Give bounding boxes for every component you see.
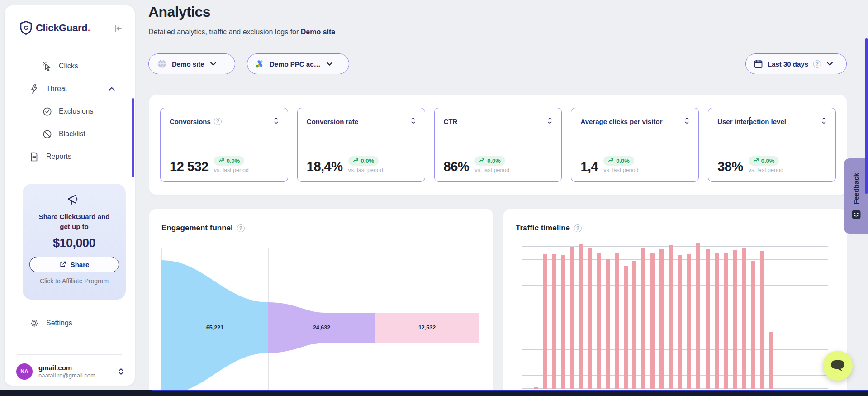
traffic-bar: [561, 255, 565, 389]
engagement-funnel-card: Engagement funnel ? 65,22124,63212,532: [149, 209, 493, 396]
kpi-card-average-clicks-per-visitor: Average clicks per visitor 1,4 0.0% vs. …: [571, 108, 699, 182]
trend-up-icon: [353, 157, 359, 164]
help-icon[interactable]: ?: [214, 118, 222, 125]
traffic-bar: [543, 254, 547, 389]
sidebar: G ClickGuard. ClicksThreatExclusionsBlac…: [5, 5, 135, 386]
traffic-bar: [534, 387, 538, 389]
kpi-card-ctr: CTR 86% 0.0% vs. last period: [434, 108, 562, 182]
gridline: [522, 324, 828, 324]
kpi-value: 86%: [444, 160, 470, 173]
sidebar-item-label: Exclusions: [59, 107, 93, 115]
kpi-card-conversion-rate: Conversion rate 18,4% 0.0% vs. last peri…: [297, 108, 425, 182]
bottom-bar-accent: [152, 390, 868, 391]
brand-wordmark: ClickGuard.: [36, 22, 90, 34]
page-subtitle: Detailed analytics, traffic and exclusio…: [148, 28, 335, 36]
kpi-change-badge: 0.0%: [348, 156, 379, 166]
promo-text: Share ClickGuard and get up to: [23, 212, 126, 232]
chat-bubble-icon: [830, 359, 845, 372]
funnel-title: Engagement funnel: [161, 224, 233, 233]
trend-up-icon: [608, 157, 614, 164]
traffic-bar: [715, 253, 719, 389]
avatar: NA: [16, 363, 33, 380]
globe-icon: [157, 59, 167, 69]
sidebar-nav: ClicksThreatExclusionsBlacklistReports: [5, 55, 135, 168]
kpi-value: 18,4%: [307, 160, 343, 173]
gridline: [522, 272, 828, 272]
document-icon: [30, 152, 39, 162]
traffic-bar: [724, 253, 728, 389]
chevron-down-icon: [210, 62, 216, 66]
traffic-bar: [641, 248, 645, 389]
affiliate-promo-card[interactable]: Share ClickGuard and get up to $10,000 S…: [23, 184, 126, 300]
traffic-title: Traffic timeline: [516, 224, 570, 233]
share-button[interactable]: Share: [29, 257, 119, 272]
funnel-stage-value: 24,632: [313, 324, 330, 331]
sidebar-item-reports[interactable]: Reports: [5, 145, 135, 168]
kpi-compare-label: vs. last period: [214, 167, 249, 173]
click-cursor-icon: [43, 62, 52, 71]
site-selector-label: Demo site: [172, 60, 204, 68]
gridline: [522, 246, 828, 247]
kpi-value: 12 532: [170, 160, 209, 173]
date-range-label: Last 30 days: [768, 60, 808, 68]
gridline: [522, 388, 828, 389]
metric-sort-icon[interactable]: [411, 117, 416, 125]
traffic-bar: [678, 255, 682, 389]
traffic-bar: [733, 250, 737, 389]
traffic-bar: [706, 249, 710, 389]
kpi-change-badge: 0.0%: [603, 156, 634, 166]
chevron-up-icon[interactable]: [109, 85, 115, 93]
traffic-bar: [570, 247, 574, 389]
traffic-bar: [588, 248, 592, 389]
site-selector[interactable]: Demo site: [148, 53, 235, 74]
traffic-bar: [597, 253, 601, 389]
date-range-selector[interactable]: Last 30 days ?: [745, 53, 847, 74]
logo[interactable]: G ClickGuard.: [20, 21, 90, 35]
ppc-account-selector[interactable]: Demo PPC ac…: [247, 53, 349, 74]
kpi-value: 1,4: [580, 160, 598, 173]
metric-sort-icon[interactable]: [684, 117, 689, 125]
account-name: gmail.com: [38, 364, 95, 372]
sidebar-item-settings[interactable]: Settings: [5, 312, 135, 334]
traffic-bar: [579, 244, 583, 389]
account-switcher[interactable]: NA gmail.com naatali.ro@gmail.com: [16, 361, 124, 382]
metric-sort-icon[interactable]: [274, 117, 279, 125]
sidebar-item-threat[interactable]: Threat: [5, 77, 135, 100]
traffic-bar: [624, 266, 628, 389]
sidebar-item-label: Blacklist: [59, 130, 85, 138]
calendar-icon: [754, 59, 763, 68]
chat-launcher-button[interactable]: [823, 351, 853, 381]
gridline: [522, 259, 828, 260]
scrollbar-thumb[interactable]: [865, 38, 868, 194]
chevron-down-icon: [827, 62, 833, 66]
prohibited-icon: [43, 129, 52, 139]
sidebar-item-label: Settings: [46, 319, 72, 327]
kpi-change-badge: 0.0%: [474, 156, 505, 166]
kpi-label: Conversion rate: [307, 118, 358, 125]
traffic-bar: [669, 245, 673, 389]
gridline: [522, 349, 828, 350]
help-icon[interactable]: ?: [813, 60, 821, 68]
metric-sort-icon[interactable]: [821, 117, 826, 125]
collapse-sidebar-icon[interactable]: [113, 24, 123, 33]
feedback-smiley-icon: [852, 210, 861, 219]
sidebar-item-clicks[interactable]: Clicks: [5, 55, 135, 77]
help-icon[interactable]: ?: [237, 224, 245, 232]
kpi-compare-label: vs. last period: [603, 167, 638, 173]
sidebar-item-exclusions[interactable]: Exclusions: [5, 100, 135, 123]
trend-up-icon: [479, 157, 485, 164]
traffic-bar: [615, 253, 619, 389]
kpi-label: Average clicks per visitor: [580, 118, 662, 125]
gridline: [522, 298, 828, 298]
metric-sort-icon[interactable]: [547, 117, 552, 125]
bottom-bar: [0, 390, 868, 396]
kpi-compare-label: vs. last period: [474, 167, 509, 173]
affiliate-link[interactable]: Click to Affiliate Program: [23, 277, 126, 285]
ppc-account-label: Demo PPC ac…: [270, 60, 321, 68]
text-cursor: [747, 117, 753, 126]
help-icon[interactable]: ?: [574, 224, 582, 232]
funnel-stage-value: 65,221: [206, 324, 223, 331]
subtitle-site-name: Demo site: [301, 28, 335, 36]
sidebar-item-blacklist[interactable]: Blacklist: [5, 123, 135, 145]
sidebar-item-label: Clicks: [59, 62, 78, 70]
